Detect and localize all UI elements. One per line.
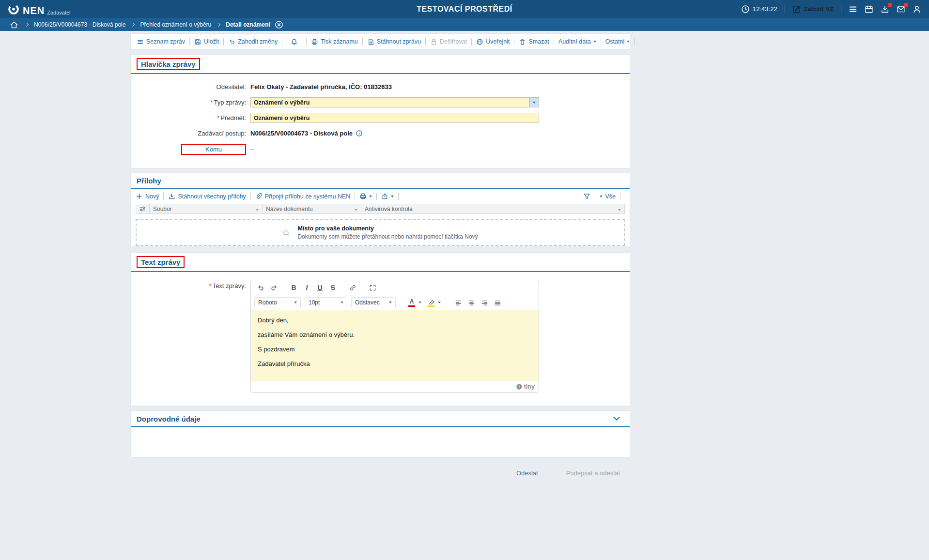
chevron-down-icon — [418, 302, 421, 303]
section-header: Přílohy — [131, 173, 630, 189]
other-menu[interactable]: Ostatni — [605, 38, 630, 45]
form-row-sender: Odesilatel: Felix Okátý - Zadavatel přír… — [131, 82, 630, 92]
divider — [223, 38, 224, 45]
link-button[interactable] — [346, 282, 359, 293]
export-attachments-menu[interactable] — [381, 193, 394, 200]
filter-icon[interactable] — [614, 206, 621, 212]
new-attachment-button[interactable]: Nový — [136, 193, 159, 200]
editor-content-area[interactable]: Dobrý den, zasíláme Vám oznámení o výběr… — [251, 310, 539, 381]
text-color-button[interactable]: A — [406, 297, 417, 308]
editor-paragraph: Dobrý den, — [258, 317, 532, 324]
breadcrumb-separator-icon — [217, 22, 220, 26]
collapse-toggle-button[interactable] — [612, 414, 624, 423]
block-format-select[interactable]: Odstavec — [351, 297, 396, 308]
column-settings-button[interactable] — [136, 204, 150, 213]
tinymce-branding[interactable]: tiny — [516, 383, 535, 390]
link-icon — [349, 284, 356, 291]
notification-button[interactable] — [287, 38, 302, 45]
plus-icon — [136, 193, 143, 200]
home-button[interactable] — [10, 20, 18, 29]
breadcrumb-item-procedure[interactable]: N006/25/V00004673 - Disková pole — [34, 21, 125, 28]
align-right-button[interactable] — [478, 297, 491, 308]
redo-button[interactable] — [267, 282, 280, 293]
dropdown-button[interactable] — [529, 98, 539, 107]
highlight-color-button[interactable] — [426, 297, 436, 308]
undo-button[interactable] — [254, 282, 267, 293]
annotation-box: Hlavička zprávy — [137, 58, 200, 70]
profile-button[interactable] — [913, 5, 921, 14]
printer-icon — [311, 38, 318, 45]
view-all-menu[interactable]: Vše — [600, 193, 616, 200]
nen-logo[interactable]: NEN Zadavatel — [7, 2, 71, 16]
delete-button[interactable]: Smazat — [519, 38, 549, 45]
paperclip-icon — [255, 193, 263, 200]
filter-icon[interactable] — [351, 206, 357, 212]
sender-label: Odesilatel: — [131, 83, 246, 91]
editor-toolbar-row-1: B I U S — [251, 280, 539, 295]
breadcrumb-item-current: Detail oznámení — [226, 21, 270, 28]
messages-badge — [904, 3, 908, 7]
save-button[interactable]: Uložit — [194, 38, 219, 45]
section-message-text: Text zprávy Text zprávy: B I U S — [131, 253, 630, 406]
underline-button[interactable]: U — [313, 282, 326, 293]
chevron-down-icon — [593, 41, 596, 43]
print-attachments-menu[interactable] — [359, 193, 372, 200]
section-accompanying-data: Doprovodné údaje — [131, 411, 630, 457]
menu-button[interactable] — [849, 5, 857, 14]
highlight-color-menu[interactable] — [436, 297, 442, 308]
tinymce-logo-icon — [516, 383, 523, 390]
procedure-value: N006/25/V00004673 - Disková pole — [250, 130, 353, 137]
divider — [282, 38, 282, 45]
message-type-select[interactable]: Oznámení o výběru — [250, 97, 539, 107]
fullscreen-button[interactable] — [366, 282, 379, 293]
sign-and-send-button[interactable]: Podepsat a odeslat — [563, 469, 623, 477]
column-header-document-name[interactable]: Název dokumentu — [263, 204, 361, 213]
font-family-select[interactable]: Roboto — [254, 297, 301, 308]
breadcrumb-item-overview[interactable]: Přehled oznámení o výběru — [140, 21, 211, 28]
column-header-file[interactable]: Soubor — [150, 204, 263, 213]
align-left-button[interactable] — [452, 297, 465, 308]
download-all-attachments-button[interactable]: Stáhnout všechny přílohy — [168, 193, 246, 200]
section-header: Doprovodné údaje — [131, 411, 630, 427]
globe-icon — [476, 38, 483, 45]
column-header-antivirus[interactable]: Antivirová kontrola — [361, 204, 624, 213]
align-justify-button[interactable] — [491, 297, 504, 308]
calendar-button[interactable] — [865, 5, 873, 14]
filter-icon[interactable] — [252, 206, 259, 212]
align-center-button[interactable] — [465, 297, 478, 308]
text-color-swatch — [408, 305, 415, 307]
discard-changes-button[interactable]: Zahodit změny — [228, 38, 278, 45]
chevron-down-icon — [627, 41, 630, 43]
audit-data-menu[interactable]: Auditní data — [558, 38, 596, 45]
text-color-menu[interactable] — [417, 297, 423, 308]
save-icon — [194, 38, 201, 45]
divider — [425, 38, 426, 45]
font-size-select[interactable]: 10pt — [305, 297, 347, 308]
chevron-down-icon — [533, 102, 536, 104]
sender-value: Felix Okátý - Zadavatel příručka, IČO: 0… — [250, 83, 392, 91]
create-vz-button[interactable]: Založit VZ — [792, 5, 834, 14]
message-header-form: Odesilatel: Felix Okátý - Zadavatel přír… — [131, 74, 630, 168]
chevron-down-icon — [438, 302, 441, 303]
bold-button[interactable]: B — [287, 282, 300, 293]
downloads-button[interactable] — [881, 5, 889, 14]
info-icon[interactable] — [356, 130, 363, 137]
close-detail-button[interactable] — [275, 20, 283, 29]
subject-input[interactable] — [250, 113, 539, 123]
attach-from-nen-button[interactable]: Připojit přílohu ze systému NEN — [255, 193, 350, 200]
filter-button[interactable] — [583, 193, 590, 200]
recipients-field-label[interactable]: Komu — [181, 144, 246, 155]
chevron-down-icon — [294, 302, 297, 303]
print-record-button[interactable]: Tisk záznamu — [311, 38, 358, 45]
message-list-button[interactable]: Seznam zpráv — [137, 38, 185, 45]
divider — [471, 38, 472, 45]
send-button[interactable]: Odeslat — [513, 469, 541, 477]
download-message-button[interactable]: Stáhnout zprávu — [367, 38, 421, 45]
messages-button[interactable] — [897, 5, 905, 14]
attachments-dropzone[interactable]: Místo pro vaše dokumenty Dokumenty sem m… — [136, 219, 625, 246]
nen-logo-icon — [7, 2, 20, 16]
trash-icon — [519, 38, 526, 45]
publish-button[interactable]: Uveřejnit — [476, 38, 510, 45]
strikethrough-button[interactable]: S — [326, 282, 340, 293]
italic-button[interactable]: I — [300, 282, 313, 293]
